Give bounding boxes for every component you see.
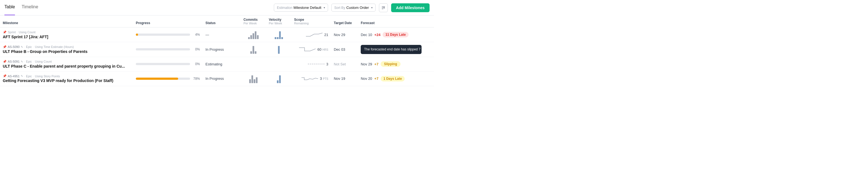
- estimation-chevron-icon: ▾: [323, 6, 325, 9]
- scope-chart: [299, 46, 316, 53]
- target-date-cell: Nov 29: [331, 27, 358, 42]
- table-row: 📌 AS-4951 ✎ · Epic · Using Story Points …: [0, 71, 434, 86]
- meta-sep2: ·: [33, 60, 34, 63]
- status-text: Estimating: [206, 62, 222, 66]
- estimation-label: Estimation: [277, 6, 292, 10]
- meta-id[interactable]: AS-5090: [8, 45, 20, 49]
- meta-id[interactable]: AS-4951: [8, 75, 20, 78]
- milestone-meta: 📌 Sprint · Using Count: [3, 30, 130, 34]
- scope-cell: 3: [291, 57, 331, 71]
- scope-value: 21: [324, 33, 328, 37]
- milestone-name[interactable]: AFT Sprint 17 [Jira: AFT]: [3, 35, 130, 39]
- sort-select[interactable]: Sort By Custom Order ▾: [331, 4, 376, 11]
- scope-chart: [308, 60, 324, 68]
- late-delta: +7: [374, 76, 378, 81]
- late-badge: 1 Days Late: [381, 76, 405, 81]
- bar: [275, 37, 276, 39]
- target-date: Nov 19: [334, 76, 345, 81]
- meta-id[interactable]: AS-5091: [8, 60, 20, 63]
- sort-value: Custom Order: [346, 5, 369, 10]
- commits-cell: [241, 42, 266, 57]
- table-row: 📌 AS-5090 ✎ · Epic · Using Time Estimate…: [0, 42, 434, 57]
- milestone-name[interactable]: ULT Phase C - Enable parent and parent p…: [3, 64, 130, 69]
- milestone-name[interactable]: ULT Phase B - Group on Properties of Par…: [3, 49, 130, 54]
- app-container: Table Timeline Estimation Milestone Defa…: [0, 0, 434, 86]
- meta-sep2: ·: [33, 45, 34, 49]
- milestone-cell: 📌 AS-4951 ✎ · Epic · Using Story Points …: [0, 71, 133, 86]
- pin-icon: 📌: [3, 74, 7, 78]
- milestone-meta: 📌 AS-5091 ✎ · Epic · Using Count: [3, 60, 130, 63]
- velocity-chart: [269, 74, 289, 83]
- status-cell: In Progress: [203, 42, 241, 57]
- bar: [279, 75, 281, 83]
- scope-chart: [306, 31, 322, 39]
- milestone-cell: 📌 AS-5091 ✎ · Epic · Using Count ULT Pha…: [0, 57, 133, 71]
- target-date-cell: Nov 19: [331, 71, 358, 86]
- sort-label: Sort By: [334, 6, 345, 10]
- velocity-cell: [266, 42, 291, 57]
- add-milestones-button[interactable]: Add Milestones: [391, 3, 430, 12]
- estimation-select[interactable]: Estimation Milestone Default ▾: [274, 4, 328, 11]
- estimation-value: Milestone Default: [293, 5, 321, 10]
- scope-cell: 3 PTS: [291, 71, 331, 86]
- forecast-date: Dec 10: [361, 33, 372, 37]
- meta-using: Using Time Estimate (Hours): [35, 45, 74, 49]
- target-date: Nov 29: [334, 33, 345, 37]
- col-target-date: Target Date: [331, 16, 358, 27]
- progress-label: 0%: [192, 62, 200, 66]
- progress-fill: [136, 33, 138, 36]
- pin-icon: 📌: [3, 60, 7, 63]
- edit-icon[interactable]: ✎: [21, 75, 23, 78]
- commits-chart: [243, 74, 264, 83]
- bar: [254, 79, 255, 83]
- edit-icon[interactable]: ✎: [21, 46, 23, 49]
- meta-sep2: ·: [33, 75, 34, 78]
- bar: [281, 37, 283, 39]
- milestones-table: Milestone Progress Status Commits Per We…: [0, 16, 434, 86]
- meta-prefix: Sprint: [8, 30, 16, 34]
- progress-track: [136, 33, 190, 36]
- status-cell: Estimating: [203, 57, 241, 71]
- progress-label: 4%: [192, 33, 200, 36]
- pin-icon: 📌: [3, 45, 7, 49]
- forecast-date: Nov 20: [361, 76, 372, 81]
- tooltip: The forecasted end date has slipped 7 da…: [361, 45, 422, 54]
- bar: [279, 31, 281, 39]
- col-progress: Progress: [133, 16, 203, 27]
- bar: [252, 33, 254, 39]
- commits-chart: [243, 30, 264, 39]
- milestone-meta: 📌 AS-4951 ✎ · Epic · Using Story Points: [3, 74, 130, 78]
- forecast-cell: Nov 29 +7 Slipping: [358, 57, 434, 71]
- slipping-badge: Slipping: [381, 61, 400, 67]
- forecast-date: Nov 29: [361, 62, 372, 66]
- bar: [255, 31, 256, 39]
- late-delta: +24: [374, 33, 380, 37]
- progress-cell: 78%: [133, 71, 203, 86]
- meta-sep1: ·: [24, 60, 25, 63]
- progress-cell: 0%: [133, 42, 203, 57]
- sort-order-icon[interactable]: [379, 3, 388, 12]
- progress-label: 0%: [192, 47, 200, 51]
- milestone-name[interactable]: Getting Forecasting V3 MVP ready for Pro…: [3, 78, 130, 83]
- progress-cell: 4%: [133, 27, 203, 42]
- bar: [277, 80, 279, 83]
- velocity-chart: [269, 30, 289, 39]
- bar: [256, 77, 257, 83]
- edit-icon[interactable]: ✎: [21, 60, 23, 63]
- progress-label: 78%: [192, 77, 200, 81]
- tab-timeline[interactable]: Timeline: [22, 0, 38, 15]
- bar: [278, 46, 280, 54]
- meta-sep1: ·: [24, 75, 25, 78]
- progress-track: [136, 48, 190, 50]
- milestone-cell: 📌 Sprint · Using Count AFT Sprint 17 [Ji…: [0, 27, 133, 42]
- bar: [277, 37, 279, 39]
- meta-type: Epic: [26, 45, 32, 49]
- scope-value: 3: [326, 62, 328, 66]
- scope-value: 3 PTS: [320, 76, 328, 81]
- col-scope: Scope Remaining: [291, 16, 331, 27]
- col-forecast: Forecast: [358, 16, 434, 27]
- bar: [251, 75, 253, 83]
- pin-icon: 📌: [3, 30, 7, 34]
- forecast-cell: Nov 20 +7 1 Days Late: [358, 71, 434, 86]
- tab-table[interactable]: Table: [4, 0, 15, 15]
